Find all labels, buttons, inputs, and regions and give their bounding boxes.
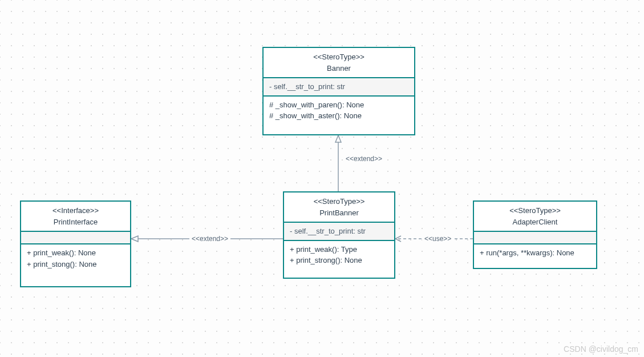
class-banner-header: <<SteroType>> Banner bbox=[264, 48, 414, 77]
stereotype-label: <<SteroType>> bbox=[480, 205, 590, 216]
class-printinterface-attributes bbox=[21, 231, 130, 243]
class-printbanner-header: <<SteroType>> PrintBanner bbox=[284, 192, 394, 222]
class-adapterclient-header: <<SteroType>> AdapterClient bbox=[474, 202, 596, 231]
edge-label-extend-vertical: <<extend>> bbox=[343, 154, 384, 163]
class-adapterclient-attributes bbox=[474, 231, 596, 243]
watermark: CSDN @civildog_cm bbox=[564, 344, 638, 354]
operation: + print_weak(): Type bbox=[290, 244, 388, 255]
operation: + print_weak(): None bbox=[27, 247, 124, 259]
operation: # _show_with_aster(): None bbox=[269, 110, 408, 122]
operation: # _show_with_paren(): None bbox=[269, 99, 408, 111]
class-name: PrintBanner bbox=[290, 207, 388, 219]
class-printbanner: <<SteroType>> PrintBanner - self.__str_t… bbox=[283, 191, 395, 279]
class-adapterclient-operations: + run(*args, **kwargs): None bbox=[474, 243, 596, 268]
attribute: - self.__str_to_print: str bbox=[269, 81, 408, 93]
operation: + print_strong(): None bbox=[290, 255, 388, 266]
operation: + run(*args, **kwargs): None bbox=[480, 247, 590, 259]
class-name: PrintInterface bbox=[27, 216, 124, 228]
class-printbanner-attributes: - self.__str_to_print: str bbox=[284, 222, 394, 240]
class-printinterface-operations: + print_weak(): None + print_stong(): No… bbox=[21, 243, 130, 286]
class-banner: <<SteroType>> Banner - self.__str_to_pri… bbox=[262, 47, 415, 135]
class-adapterclient: <<SteroType>> AdapterClient + run(*args,… bbox=[473, 200, 597, 269]
stereotype-label: <<Interface>> bbox=[27, 205, 124, 216]
class-banner-operations: # _show_with_paren(): None # _show_with_… bbox=[264, 95, 414, 135]
operation: + print_stong(): None bbox=[27, 259, 124, 270]
class-name: AdapterClient bbox=[480, 216, 590, 228]
class-printbanner-operations: + print_weak(): Type + print_strong(): N… bbox=[284, 240, 394, 278]
attribute: - self.__str_to_print: str bbox=[290, 226, 388, 237]
edge-label-use: <<use>> bbox=[422, 234, 453, 243]
class-banner-attributes: - self.__str_to_print: str bbox=[264, 77, 414, 95]
edge-label-extend-horizontal: <<extend>> bbox=[189, 234, 230, 243]
class-printinterface: <<Interface>> PrintInterface + print_wea… bbox=[20, 200, 131, 287]
stereotype-label: <<SteroType>> bbox=[290, 196, 388, 207]
class-name: Banner bbox=[269, 63, 408, 74]
stereotype-label: <<SteroType>> bbox=[269, 51, 408, 63]
class-printinterface-header: <<Interface>> PrintInterface bbox=[21, 202, 130, 231]
